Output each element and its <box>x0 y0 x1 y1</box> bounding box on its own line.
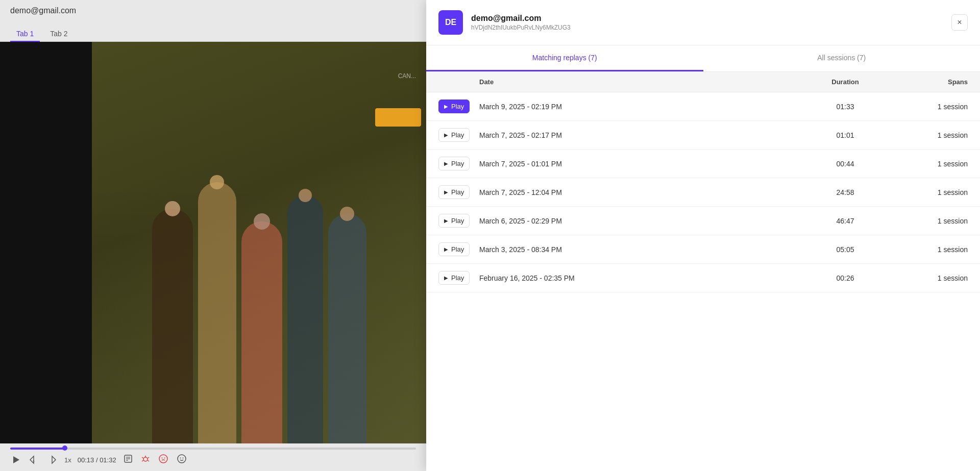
controls-row: 5 1x 00:13 / 01:32 <box>10 453 416 467</box>
table-row: ▶ PlayMarch 6, 2025 - 02:29 PM46:471 ses… <box>426 207 980 235</box>
tab-matching-replays[interactable]: Matching replays (7) <box>426 45 703 71</box>
table-row: ▶ PlayMarch 7, 2025 - 02:17 PM01:011 ses… <box>426 121 980 150</box>
right-panel: DE demo@gmail.com hVDjdN2thIUukbPuRvLNy6… <box>426 0 980 471</box>
close-button[interactable]: × <box>951 14 968 31</box>
svg-point-15 <box>178 455 186 463</box>
avatar: DE <box>438 10 463 35</box>
svg-line-9 <box>148 457 149 458</box>
play-button-4[interactable]: ▶ Play <box>438 214 470 228</box>
happy-button[interactable] <box>176 453 188 467</box>
progress-bar[interactable] <box>10 448 416 450</box>
svg-point-17 <box>182 458 183 459</box>
date-cell-3: March 7, 2025 - 12:04 PM <box>479 188 799 196</box>
top-bar-email: demo@gmail.com <box>10 6 76 15</box>
play-button-0[interactable]: ▶ Play <box>438 100 470 113</box>
play-cell-3: ▶ Play <box>438 185 479 199</box>
drawer-tabs-nav: Matching replays (7) All sessions (7) <box>426 45 980 72</box>
drawer-header: DE demo@gmail.com hVDjdN2thIUukbPuRvLNy6… <box>426 0 980 45</box>
table-row: ▶ PlayMarch 7, 2025 - 01:01 PM00:441 ses… <box>426 150 980 178</box>
video-black-left <box>0 42 92 443</box>
play-icon-5: ▶ <box>444 246 448 252</box>
rage-click-button[interactable] <box>157 453 169 467</box>
col-header-spans: Spans <box>891 78 968 86</box>
table-row: ▶ PlayMarch 3, 2025 - 08:34 PM05:051 ses… <box>426 235 980 264</box>
duration-cell-0: 01:33 <box>799 103 891 111</box>
spans-cell-5: 1 session <box>891 245 968 254</box>
play-button-1[interactable]: ▶ Play <box>438 128 470 142</box>
play-cell-1: ▶ Play <box>438 128 479 142</box>
play-button-3[interactable]: ▶ Play <box>438 185 470 199</box>
yellow-button-overlay <box>375 108 421 127</box>
svg-marker-0 <box>13 456 19 463</box>
user-id: hVDjdN2thIUukbPuRvLNy6MkZUG3 <box>471 24 943 31</box>
table-row: ▶ PlayMarch 7, 2025 - 12:04 PM24:581 ses… <box>426 178 980 207</box>
svg-point-13 <box>161 458 162 459</box>
play-button-5[interactable]: ▶ Play <box>438 242 470 256</box>
progress-bar-fill <box>10 448 65 450</box>
spans-cell-6: 1 session <box>891 274 968 282</box>
date-cell-6: February 16, 2025 - 02:35 PM <box>479 274 799 282</box>
user-email: demo@gmail.com <box>471 14 943 23</box>
tab-2[interactable]: Tab 2 <box>44 27 74 42</box>
duration-cell-1: 01:01 <box>799 131 891 139</box>
spans-cell-2: 1 session <box>891 160 968 168</box>
play-cell-4: ▶ Play <box>438 214 479 228</box>
play-icon-0: ▶ <box>444 104 448 109</box>
play-cell-2: ▶ Play <box>438 157 479 170</box>
forward-button[interactable] <box>46 454 58 466</box>
svg-point-6 <box>143 457 148 461</box>
progress-thumb <box>62 445 67 451</box>
play-button-2[interactable]: ▶ Play <box>438 157 470 170</box>
date-cell-4: March 6, 2025 - 02:29 PM <box>479 217 799 225</box>
play-icon-4: ▶ <box>444 218 448 224</box>
user-info: demo@gmail.com hVDjdN2thIUukbPuRvLNy6MkZ… <box>471 14 943 31</box>
play-icon-1: ▶ <box>444 132 448 138</box>
col-header-duration: Duration <box>799 78 891 86</box>
play-icon-3: ▶ <box>444 189 448 195</box>
notes-button[interactable] <box>122 453 134 466</box>
left-panel: demo@gmail.com Tab 1 Tab 2 <box>0 0 426 471</box>
tab-all-sessions[interactable]: All sessions (7) <box>703 45 981 71</box>
date-cell-2: March 7, 2025 - 01:01 PM <box>479 160 799 168</box>
video-container: CAN... <box>0 42 426 443</box>
svg-text:5: 5 <box>33 460 35 463</box>
tab-1[interactable]: Tab 1 <box>10 27 40 42</box>
date-cell-1: March 7, 2025 - 02:17 PM <box>479 131 799 139</box>
time-display: 00:13 / 01:32 <box>78 456 116 464</box>
svg-point-14 <box>164 458 165 459</box>
speed-button[interactable]: 1x <box>64 456 71 464</box>
play-icon-6: ▶ <box>444 275 448 281</box>
svg-line-10 <box>142 460 143 461</box>
top-bar: demo@gmail.com <box>0 0 426 21</box>
svg-line-11 <box>148 460 149 461</box>
table-header: Date Duration Spans <box>426 72 980 92</box>
player-controls: 5 1x 00:13 / 01:32 <box>0 443 426 471</box>
table-row: ▶ PlayFebruary 16, 2025 - 02:35 PM00:261… <box>426 264 980 292</box>
spans-cell-3: 1 session <box>891 188 968 196</box>
play-cell-5: ▶ Play <box>438 242 479 256</box>
table-body: ▶ PlayMarch 9, 2025 - 02:19 PM01:331 ses… <box>426 92 980 471</box>
play-icon-2: ▶ <box>444 161 448 166</box>
play-pause-button[interactable] <box>10 454 21 465</box>
col-header-date: Date <box>479 78 799 86</box>
bug-button[interactable] <box>140 453 151 466</box>
col-header-play <box>438 78 479 86</box>
duration-cell-3: 24:58 <box>799 188 891 196</box>
date-cell-5: March 3, 2025 - 08:34 PM <box>479 245 799 254</box>
duration-cell-2: 00:44 <box>799 160 891 168</box>
duration-cell-6: 00:26 <box>799 274 891 282</box>
duration-cell-4: 46:47 <box>799 217 891 225</box>
spans-cell-0: 1 session <box>891 103 968 111</box>
svg-point-12 <box>159 455 167 463</box>
svg-point-16 <box>180 458 181 459</box>
tabs-area: Tab 1 Tab 2 <box>0 21 426 42</box>
video-content: CAN... <box>92 42 426 443</box>
play-cell-6: ▶ Play <box>438 271 479 285</box>
duration-cell-5: 05:05 <box>799 245 891 254</box>
spans-cell-1: 1 session <box>891 131 968 139</box>
table-row: ▶ PlayMarch 9, 2025 - 02:19 PM01:331 ses… <box>426 92 980 121</box>
spans-cell-4: 1 session <box>891 217 968 225</box>
rewind-button[interactable]: 5 <box>28 454 40 466</box>
play-button-6[interactable]: ▶ Play <box>438 271 470 285</box>
overlay-text: CAN... <box>398 72 416 80</box>
